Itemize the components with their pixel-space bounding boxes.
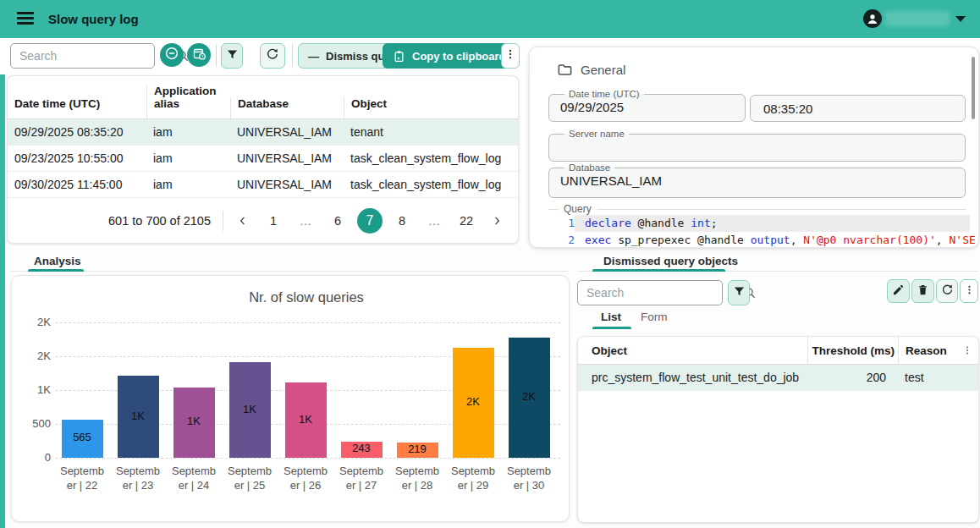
column-header-reason[interactable]: Reason [898, 337, 956, 364]
top-app-bar: Slow query log [0, 0, 980, 38]
log-table-cell: 09/29/2025 08:35:20 [8, 125, 146, 139]
column-header-datetime[interactable]: Date time (UTC) [8, 97, 146, 118]
refresh-icon [266, 47, 279, 64]
user-name-redacted[interactable] [885, 11, 950, 26]
bar-value-label: 219 [397, 443, 438, 455]
log-table-cell: task_clean_system_flow_log [344, 151, 518, 165]
trash-icon [917, 283, 929, 300]
sql-token: N'SE [950, 234, 976, 246]
slow-query-table-card: Date time (UTC) Application alias Databa… [7, 75, 519, 244]
page-title: Slow query log [48, 0, 139, 38]
general-section-header: General [557, 62, 625, 78]
x-axis-tick-text: September | 22 [58, 465, 107, 492]
column-header-object[interactable]: Object [344, 97, 518, 118]
bar-value-label: 1K [118, 410, 159, 422]
x-axis-tick-label: September | 26 [278, 465, 333, 492]
user-avatar-icon[interactable] [863, 9, 882, 28]
time-field-value: 08:35:20 [763, 102, 812, 116]
dismissed-table-row[interactable]: prc_system_flow_test_unit_test_do_job200… [578, 365, 978, 391]
database-field-label: Database [564, 163, 614, 173]
column-header-application-alias[interactable]: Application alias [146, 85, 230, 118]
dismissed-search-input[interactable] [578, 286, 743, 300]
x-axis-tick-label: September | 30 [501, 465, 557, 492]
list-tab-indicator [592, 327, 631, 329]
dismissed-tab-indicator [592, 269, 725, 272]
chart-gridline [56, 322, 560, 323]
page-button[interactable]: 1 [257, 214, 289, 228]
edit-button[interactable] [887, 279, 910, 303]
schedule-toggle-button[interactable] [187, 43, 211, 67]
next-page-button[interactable] [482, 215, 511, 227]
clipboard-icon [393, 50, 405, 63]
calendar-clock-icon [192, 47, 206, 64]
pagination-summary: 601 to 700 of 2105 [108, 214, 211, 228]
x-axis-tick-label: September | 22 [54, 465, 110, 492]
x-axis-tick-label: September | 25 [222, 465, 278, 492]
log-table-row[interactable]: 09/29/2025 08:35:20iamUNIVERSAL_IAMtenan… [8, 119, 518, 146]
tab-list[interactable]: List [601, 311, 621, 323]
column-header-threshold[interactable]: Threshold (ms) [807, 337, 898, 364]
line-number: 1 [530, 215, 575, 232]
filter-funnel-icon [226, 48, 239, 64]
log-search-input[interactable] [11, 49, 176, 63]
y-axis-tick-label: 1K [17, 383, 51, 396]
more-options-button[interactable] [501, 43, 520, 69]
exclude-toggle-button[interactable] [160, 43, 184, 67]
sql-token: output [751, 234, 790, 246]
date-field[interactable]: Date time (UTC) 09/29/2025 [548, 90, 746, 122]
time-field[interactable]: 08:35:20 [750, 95, 966, 122]
query-detail-card: General Date time (UTC) 09/29/2025 08:35… [529, 47, 979, 248]
tab-form[interactable]: Form [641, 311, 668, 323]
tab-analysis[interactable]: Analysis [34, 255, 81, 267]
previous-page-button[interactable] [228, 215, 257, 227]
dismissed-filter-button[interactable] [728, 280, 750, 305]
log-table-cell: UNIVERSAL_IAM [230, 151, 344, 165]
sql-token: exec [585, 234, 611, 246]
server-name-field[interactable]: Server name [548, 129, 966, 162]
database-field-value: UNIVERSAL_IAM [560, 173, 965, 188]
column-header-object[interactable]: Object [578, 344, 807, 357]
log-table-cell: iam [146, 178, 230, 191]
menu-icon[interactable] [17, 12, 34, 25]
page-button[interactable]: 22 [450, 214, 482, 228]
y-axis-tick-label: 2K [17, 349, 51, 362]
delete-button[interactable] [911, 279, 934, 303]
chart-gridline [56, 458, 560, 459]
folder-icon [557, 62, 573, 78]
x-axis-tick-text: September | 23 [113, 465, 162, 492]
sql-query-code[interactable]: 1declare @handle int;2exec sp_prepexec @… [530, 215, 980, 249]
log-table-row[interactable]: 09/30/2025 11:45:00iamUNIVERSAL_IAMtask_… [8, 172, 518, 198]
minus-icon: — [308, 50, 319, 63]
log-table-cell: 09/30/2025 11:45:00 [8, 178, 146, 191]
sql-token: int [691, 217, 710, 229]
filter-button[interactable] [221, 43, 243, 69]
detail-scrollbar[interactable] [972, 57, 975, 119]
x-axis-tick-text: September | 24 [169, 465, 218, 492]
server-name-label: Server name [564, 129, 629, 139]
copy-to-clipboard-label: Copy to clipboard [412, 50, 506, 63]
page-button-active[interactable]: 7 [357, 208, 383, 234]
sql-line-code: declare @handle int; [575, 215, 970, 232]
toolbar-divider [292, 45, 293, 67]
column-menu-kebab-icon[interactable] [956, 344, 978, 356]
log-search-field [10, 43, 155, 69]
copy-to-clipboard-button[interactable]: Copy to clipboard [383, 43, 516, 69]
toolbar-divider [216, 45, 217, 67]
database-field[interactable]: Database UNIVERSAL_IAM [548, 163, 966, 198]
sql-token: ; [711, 217, 718, 229]
page-button[interactable]: 6 [322, 214, 354, 228]
dismissed-objects-table-card: Object Threshold (ms) Reason prc_system_… [577, 336, 979, 523]
dismissed-refresh-button[interactable] [936, 279, 958, 303]
user-menu-caret-icon[interactable] [955, 16, 966, 22]
dismissed-cell-threshold: 200 [807, 371, 898, 384]
column-header-database[interactable]: Database [230, 97, 344, 118]
dismissed-more-options-button[interactable] [960, 279, 978, 303]
sql-line: 2exec sp_prepexec @handle output, N'@p0 … [530, 232, 980, 249]
log-table-row[interactable]: 09/23/2025 10:55:00iamUNIVERSAL_IAMtask_… [8, 146, 518, 172]
log-table-cell: 09/23/2025 10:55:00 [8, 151, 146, 165]
page-button[interactable]: 8 [386, 214, 418, 228]
page-ellipsis: … [289, 214, 322, 228]
refresh-button[interactable] [260, 43, 285, 69]
bar-value-label: 2K [453, 395, 494, 408]
tab-dismissed-query-objects[interactable]: Dismissed query objects [603, 255, 738, 267]
